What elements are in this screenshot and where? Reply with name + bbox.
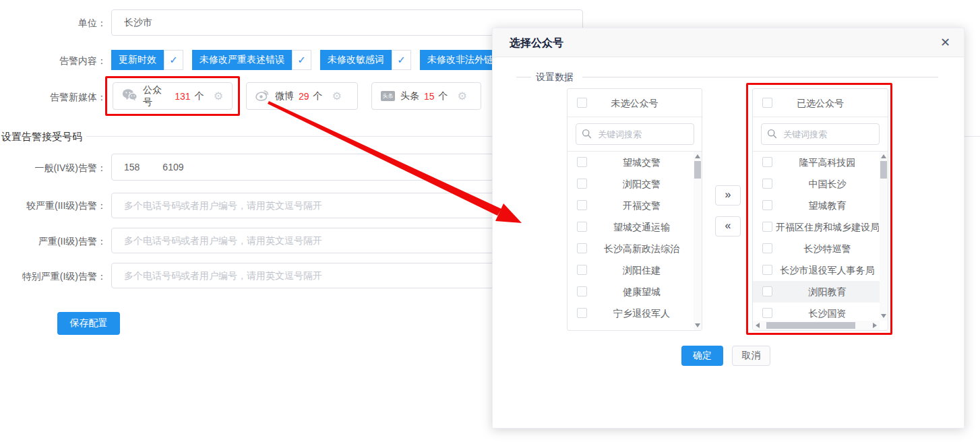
redacted-digits (140, 163, 162, 171)
alert-option-label[interactable]: 未修改非法外链 (420, 50, 501, 70)
vertical-scrollbar[interactable] (694, 152, 702, 330)
list-item[interactable]: 望城交警 (568, 152, 702, 173)
alert-option-label[interactable]: 未修改敏感词 (320, 50, 392, 70)
level2-label: 严重(II级)告警： (0, 236, 106, 248)
level4-label: 一般(IV级)告警： (0, 162, 106, 175)
list-item[interactable]: 开福交警 (568, 195, 702, 216)
scroll-down-icon[interactable] (695, 323, 700, 327)
modal-header: 选择公众号 ✕ (493, 28, 964, 57)
modal-title: 选择公众号 (510, 28, 563, 57)
unselected-panel-header: 未选公众号 (568, 89, 702, 117)
search-icon (582, 129, 592, 141)
item-label: 健康望城 (590, 281, 693, 303)
level3-label: 较严重(III级)告警： (0, 200, 106, 212)
item-checkbox[interactable] (577, 157, 587, 167)
checkmark-icon[interactable]: ✓ (392, 50, 411, 70)
media-unit: 个 (439, 90, 448, 102)
move-right-button[interactable]: » (715, 185, 741, 206)
confirm-button[interactable]: 确定 (681, 346, 723, 366)
media-unit: 个 (313, 90, 323, 102)
checkmark-icon[interactable]: ✓ (164, 50, 183, 70)
move-left-button[interactable]: « (715, 216, 741, 236)
alert-option-update-time[interactable]: 更新时效 ✓ (111, 50, 183, 70)
scrollbar-thumb[interactable] (694, 161, 701, 179)
item-label: 望城交警 (590, 152, 693, 173)
item-checkbox[interactable] (577, 243, 587, 253)
cancel-button[interactable]: 取消 (732, 346, 770, 366)
select-account-modal: 选择公众号 ✕ 设置数据 未选公众号 望城 (492, 28, 964, 429)
annotation-rect-selected (746, 83, 892, 335)
item-checkbox[interactable] (577, 179, 587, 189)
alert-option-serious-error[interactable]: 未修改严重表述错误 ✓ (192, 50, 311, 70)
media-box-weibo[interactable]: 微博 29 个 ⚙ (246, 82, 358, 110)
alert-option-sensitive-word[interactable]: 未修改敏感词 ✓ (320, 50, 411, 70)
toutiao-icon: 头条 (381, 91, 395, 101)
alert-media-label: 告警新媒体： (0, 92, 106, 104)
level1-label: 特别严重(I级)告警： (0, 271, 106, 283)
item-label: 开福交警 (590, 195, 693, 216)
unselected-account-list: 望城交警 浏阳交警 开福交警 望城交通运输 (568, 152, 702, 330)
media-count: 15 (424, 91, 435, 102)
media-box-toutiao[interactable]: 头条 头条 15 个 ⚙ (371, 82, 481, 110)
panel-title: 未选公众号 (568, 89, 702, 117)
unselected-panel: 未选公众号 望城交警 浏阳交警 (567, 88, 702, 331)
legend-title: 设置数据 (536, 71, 574, 84)
item-checkbox[interactable] (577, 200, 587, 210)
list-item[interactable]: 浏阳住建 (568, 259, 702, 281)
keyword-search-input[interactable] (576, 123, 694, 145)
unselected-search-row (568, 117, 702, 152)
close-icon[interactable]: ✕ (940, 28, 950, 57)
select-all-checkbox[interactable] (577, 98, 587, 108)
receiver-section-title: 设置告警接受号码 (1, 131, 82, 144)
item-checkbox[interactable] (577, 265, 587, 275)
list-item[interactable]: 望城交通运输 (568, 216, 702, 238)
media-name: 微博 (275, 90, 294, 102)
item-label: 长沙高新政法综治 (590, 238, 693, 259)
item-checkbox[interactable] (577, 222, 587, 232)
item-label: 浏阳交警 (590, 173, 693, 195)
legend-line-right (582, 77, 938, 77)
media-name: 头条 (400, 90, 419, 102)
list-item[interactable]: 健康望城 (568, 281, 702, 303)
item-checkbox[interactable] (577, 286, 587, 296)
alert-content-options: 更新时效 ✓ 未修改严重表述错误 ✓ 未修改敏感词 ✓ 未修改非法外链 ✓ (111, 50, 520, 70)
list-item[interactable]: 浏阳交警 (568, 173, 702, 195)
item-label: 宁乡退役军人 (590, 303, 693, 324)
list-item[interactable]: 宁乡退役军人 (568, 303, 702, 324)
unit-label: 单位： (0, 18, 106, 30)
item-label: 浏阳住建 (590, 259, 693, 281)
page: 单位： 告警内容： 更新时效 ✓ 未修改严重表述错误 ✓ 未修改敏感词 ✓ 未修… (0, 0, 980, 442)
annotation-rect-media (105, 76, 240, 116)
phone-value-end: 6109 (162, 162, 183, 172)
scroll-up-icon[interactable] (695, 154, 700, 158)
legend-line-left (516, 77, 531, 77)
gear-icon[interactable]: ⚙ (458, 91, 467, 102)
media-count: 29 (299, 91, 309, 102)
alert-content-label: 告警内容： (0, 55, 106, 67)
item-checkbox[interactable] (577, 308, 587, 318)
save-config-button[interactable]: 保存配置 (57, 312, 120, 335)
alert-option-label[interactable]: 未修改严重表述错误 (192, 50, 292, 70)
list-item[interactable]: 长沙高新政法综治 (568, 238, 702, 259)
alert-option-label[interactable]: 更新时效 (111, 50, 164, 70)
checkmark-icon[interactable]: ✓ (292, 50, 311, 70)
item-label: 望城交通运输 (590, 216, 693, 238)
gear-icon[interactable]: ⚙ (332, 91, 342, 102)
phone-value-start: 158 (124, 162, 140, 172)
weibo-icon (255, 89, 270, 104)
